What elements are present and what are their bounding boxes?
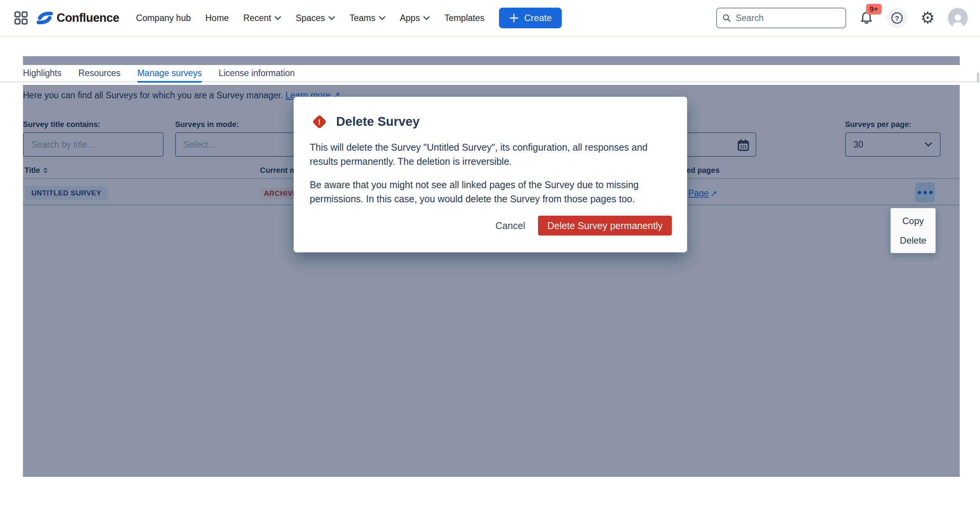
modal-paragraph-2: Be aware that you might not see all link…: [310, 178, 671, 206]
help-icon: ?: [887, 8, 907, 28]
search-icon: [722, 13, 731, 23]
global-search[interactable]: [716, 8, 846, 28]
notification-count-badge: 9+: [866, 4, 882, 15]
settings-button[interactable]: ⚙: [917, 8, 938, 28]
nav-item-teams[interactable]: Teams: [349, 13, 385, 23]
modal-header: ! Delete Survey: [310, 114, 671, 129]
nav-item-home[interactable]: Home: [205, 13, 229, 23]
panel-top-strip: [23, 56, 960, 65]
delete-permanently-button[interactable]: Delete Survey permanently: [538, 216, 672, 236]
nav-item-templates[interactable]: Templates: [444, 13, 484, 23]
create-button[interactable]: Create: [499, 8, 562, 28]
confluence-page: Confluence Company hub Home Recent Space…: [0, 0, 980, 517]
menu-item-copy[interactable]: Copy: [891, 211, 935, 231]
tab-resources[interactable]: Resources: [78, 65, 120, 82]
error-warning-icon: !: [312, 114, 327, 129]
scrollbar-thumb[interactable]: [977, 73, 979, 82]
plus-icon: [509, 13, 519, 23]
cancel-button[interactable]: Cancel: [488, 216, 533, 235]
row-actions-menu: Copy Delete: [891, 208, 936, 253]
nav-item-apps[interactable]: Apps: [400, 13, 430, 23]
svg-text:?: ?: [895, 15, 899, 22]
tab-license-information[interactable]: License information: [219, 65, 295, 82]
nav-item-company-hub[interactable]: Company hub: [136, 13, 191, 23]
help-button[interactable]: ?: [887, 8, 907, 28]
delete-survey-modal: ! Delete Survey This will delete the Sur…: [294, 97, 687, 252]
confluence-logo-icon: [37, 10, 53, 26]
modal-paragraph-1: This will delete the Survey "Untitled Su…: [310, 140, 671, 169]
modal-title: Delete Survey: [336, 114, 419, 129]
modal-body: This will delete the Survey "Untitled Su…: [310, 140, 671, 206]
tab-highlights[interactable]: Highlights: [23, 65, 62, 82]
app-switcher-icon[interactable]: [14, 11, 28, 25]
global-nav: Company hub Home Recent Spaces Teams App…: [136, 13, 484, 23]
chevron-down-icon: [275, 16, 281, 20]
chevron-down-icon: [423, 16, 430, 20]
avatar[interactable]: [948, 8, 968, 28]
user-icon: [949, 13, 966, 28]
nav-item-recent[interactable]: Recent: [243, 13, 281, 23]
grid-icon: [14, 11, 28, 25]
search-input[interactable]: [736, 13, 840, 23]
tab-bar: Highlights Resources Manage surveys Lice…: [0, 65, 980, 82]
tab-manage-surveys[interactable]: Manage surveys: [137, 65, 202, 82]
menu-item-delete[interactable]: Delete: [891, 231, 935, 250]
nav-item-spaces[interactable]: Spaces: [296, 13, 335, 23]
chevron-down-icon: [328, 16, 335, 20]
notifications-button[interactable]: 9+: [856, 8, 877, 28]
product-name: Confluence: [57, 11, 119, 25]
confluence-logo[interactable]: Confluence: [37, 10, 119, 26]
modal-footer: Cancel Delete Survey permanently: [488, 216, 672, 236]
global-header: Confluence Company hub Home Recent Space…: [0, 0, 980, 37]
chevron-down-icon: [379, 16, 385, 20]
header-right-group: 9+ ? ⚙: [716, 8, 968, 28]
gear-icon: ⚙: [920, 10, 935, 26]
